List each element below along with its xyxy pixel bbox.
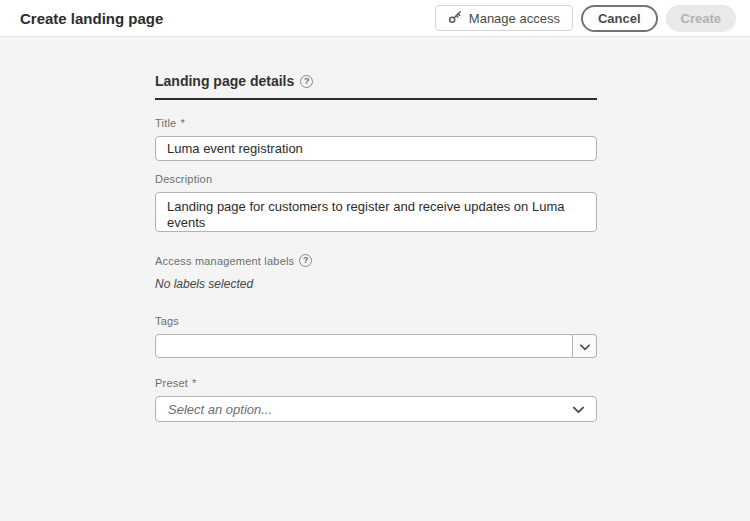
cancel-label: Cancel — [598, 11, 641, 26]
header-bar: Create landing page Manage access Cancel… — [0, 0, 750, 37]
help-icon[interactable]: ? — [299, 254, 312, 267]
description-textarea[interactable]: Landing page for customers to register a… — [155, 192, 597, 232]
tags-combobox — [155, 334, 597, 358]
title-input[interactable] — [155, 136, 597, 161]
cancel-button[interactable]: Cancel — [581, 5, 658, 32]
section-title: Landing page details — [155, 73, 294, 89]
preset-field-label: Preset* — [155, 377, 597, 389]
title-label-text: Title — [155, 117, 176, 129]
tags-label-text: Tags — [155, 315, 179, 327]
no-labels-selected-text: No labels selected — [155, 277, 597, 291]
create-label: Create — [681, 11, 721, 26]
preset-picker[interactable]: Select an option... — [155, 396, 597, 422]
preset-label-text: Preset — [155, 377, 188, 389]
required-asterisk: * — [192, 377, 196, 389]
description-label-text: Description — [155, 173, 212, 185]
access-labels-label-text: Access management labels — [155, 255, 294, 267]
header-actions: Manage access Cancel Create — [435, 5, 736, 32]
chevron-down-icon — [573, 400, 584, 418]
chevron-down-icon — [580, 339, 590, 354]
section-header: Landing page details ? — [155, 73, 597, 89]
landing-page-form: Landing page details ? Title* Descriptio… — [155, 73, 597, 422]
manage-access-label: Manage access — [469, 11, 560, 26]
title-field-label: Title* — [155, 117, 597, 129]
manage-access-button[interactable]: Manage access — [435, 5, 573, 31]
required-asterisk: * — [180, 117, 184, 129]
preset-placeholder: Select an option... — [168, 402, 272, 417]
key-icon — [448, 10, 462, 27]
create-button: Create — [666, 5, 736, 32]
help-icon[interactable]: ? — [300, 75, 313, 88]
tags-field-label: Tags — [155, 315, 597, 327]
access-labels-field-label: Access management labels ? — [155, 254, 597, 267]
page-title: Create landing page — [20, 10, 163, 27]
description-field-label: Description — [155, 173, 597, 185]
tags-dropdown-button[interactable] — [573, 334, 597, 358]
section-divider — [155, 98, 597, 100]
tags-input[interactable] — [155, 334, 573, 358]
